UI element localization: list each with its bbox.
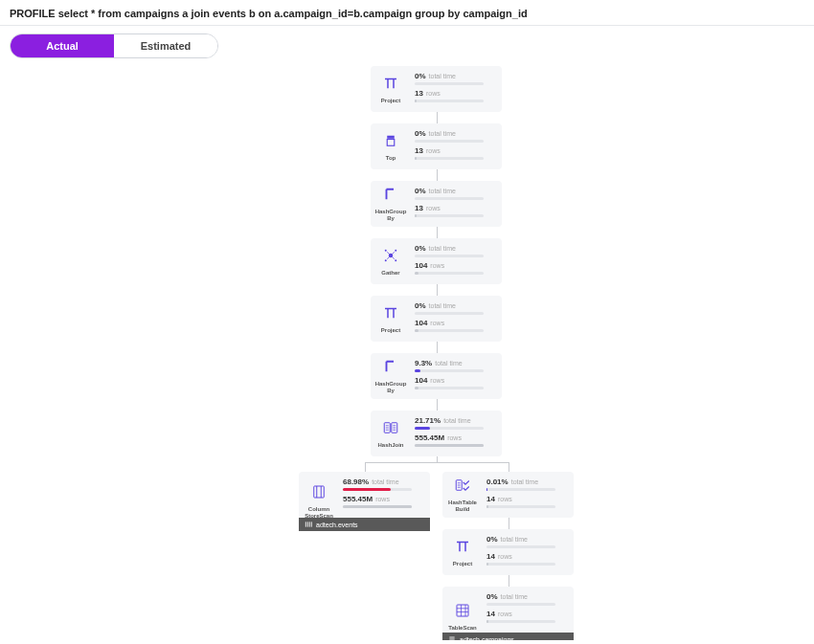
rows-label: rows — [430, 377, 444, 384]
rows-label: rows — [498, 611, 512, 617]
pct-value: 0.01% — [486, 477, 509, 486]
node-metrics: 0% total time 13 rows — [411, 123, 502, 169]
gamma-icon — [382, 186, 399, 207]
query-title: PROFILE select * from campaigns a join e… — [10, 8, 804, 19]
page-header: PROFILE select * from campaigns a join e… — [0, 0, 814, 26]
node-icon-block: Gather — [371, 238, 411, 284]
table-source-name: adtech.campaigns — [460, 636, 514, 641]
plan-node-hashgroupby[interactable]: HashGroupBy 9.3% total time 104 rows — [371, 353, 502, 399]
pct-value: 0% — [415, 187, 426, 195]
node-icon-block: HashGroupBy — [371, 353, 411, 399]
node-icon-block: HashGroupBy — [371, 181, 411, 227]
rows-value: 104 — [415, 376, 427, 385]
pct-value: 68.98% — [343, 477, 369, 486]
plan-node-hashtablebuild[interactable]: HashTableBuild 0.01% total time 14 rows — [442, 472, 574, 518]
rows-value: 13 — [415, 146, 423, 155]
query-plan-canvas: Project 0% total time 13 rows Top 0% tot… — [0, 66, 814, 640]
join-icon — [382, 419, 399, 440]
table-icon — [454, 602, 471, 623]
table-source-strip: adtech.campaigns — [442, 633, 574, 640]
svg-rect-0 — [387, 135, 395, 138]
table-source-strip: adtech.events — [299, 518, 430, 531]
rows-value: 104 — [415, 261, 427, 270]
node-icon-block: Project — [371, 296, 411, 342]
pct-label: total time — [429, 188, 456, 194]
pct-label: total time — [501, 593, 528, 600]
tab-estimated[interactable]: Estimated — [114, 34, 217, 57]
node-metrics: 0.01% total time 14 rows — [483, 472, 574, 518]
pct-label: total time — [443, 417, 470, 424]
pct-label: total time — [435, 360, 462, 366]
op-label: HashJoin — [377, 442, 403, 449]
gather-icon — [382, 247, 399, 268]
top-icon — [382, 132, 399, 153]
op-label: Project — [381, 327, 400, 334]
op-label: TableScan — [448, 625, 477, 632]
rows-label: rows — [426, 205, 441, 211]
node-icon-block: Project — [371, 66, 411, 112]
rows-value: 555.45M — [415, 433, 444, 442]
node-metrics: 0% total time 13 rows — [411, 66, 502, 112]
pct-label: total time — [501, 536, 528, 543]
pct-value: 0% — [486, 592, 498, 601]
hashbuild-icon — [454, 477, 471, 498]
pct-value: 0% — [415, 129, 426, 138]
svg-rect-9 — [314, 486, 325, 498]
pct-value: 9.3% — [415, 359, 432, 367]
node-icon-block: HashTableBuild — [442, 472, 483, 518]
node-metrics: 0% total time 14 rows — [483, 529, 574, 575]
pct-value: 0% — [486, 535, 498, 544]
pct-value: 0% — [415, 301, 426, 310]
plan-node-top[interactable]: Top 0% total time 13 rows — [371, 123, 502, 169]
rows-label: rows — [498, 553, 512, 560]
node-icon-block: Top — [371, 123, 411, 169]
node-metrics: 0% total time 13 rows — [411, 181, 502, 227]
svg-point-3 — [385, 249, 387, 251]
svg-point-6 — [395, 259, 396, 261]
pct-label: total time — [511, 478, 538, 485]
plan-node-project[interactable]: Project 0% total time 104 rows — [371, 296, 502, 342]
rows-label: rows — [447, 434, 462, 441]
plan-node-tablescan[interactable]: TableScan 0% total time 14 rows adtech.c… — [442, 587, 574, 640]
op-label: HashGroupBy — [375, 381, 407, 393]
node-icon-block: Project — [442, 529, 483, 575]
plan-node-gather[interactable]: Gather 0% total time 104 rows — [371, 238, 502, 284]
plan-node-columnstorescan[interactable]: ColumnStoreScan 68.98% total time 555.45… — [299, 472, 430, 531]
rows-value: 14 — [486, 552, 495, 561]
plan-node-project[interactable]: Project 0% total time 14 rows — [442, 529, 574, 575]
rows-value: 14 — [486, 610, 495, 618]
plan-node-hashjoin[interactable]: HashJoin 21.71% total time 555.45M rows — [371, 411, 502, 456]
rows-label: rows — [426, 90, 441, 97]
pi-icon — [382, 304, 399, 325]
pct-label: total time — [429, 130, 456, 137]
pct-label: total time — [372, 478, 398, 485]
gamma-icon — [382, 358, 399, 379]
rows-value: 555.45M — [343, 495, 373, 503]
plan-node-hashgroupby[interactable]: HashGroupBy 0% total time 13 rows — [371, 181, 502, 227]
rows-value: 14 — [486, 495, 495, 503]
pct-label: total time — [429, 245, 456, 252]
op-label: Project — [453, 561, 472, 567]
rows-value: 13 — [415, 204, 423, 212]
pct-value: 0% — [415, 72, 426, 80]
node-icon-block: HashJoin — [371, 411, 411, 456]
op-label: Top — [386, 155, 396, 162]
svg-point-4 — [395, 249, 396, 251]
svg-point-5 — [385, 259, 387, 261]
node-metrics: 0% total time 104 rows — [411, 238, 502, 284]
plan-node-project[interactable]: Project 0% total time 13 rows — [371, 66, 502, 112]
rows-label: rows — [375, 496, 390, 502]
svg-rect-1 — [387, 139, 395, 145]
rows-value: 104 — [415, 319, 427, 327]
op-label: Gather — [381, 270, 399, 277]
pct-value: 21.71% — [415, 416, 441, 425]
op-label: HashGroupBy — [375, 209, 407, 221]
table-source-name: adtech.events — [316, 522, 358, 528]
node-metrics: 9.3% total time 104 rows — [411, 353, 502, 399]
controls-row: Actual Estimated — [0, 26, 814, 66]
pi-icon — [382, 75, 399, 96]
op-label: Project — [381, 98, 400, 104]
tab-actual[interactable]: Actual — [11, 34, 114, 57]
rows-value: 13 — [415, 89, 423, 98]
pi-icon — [454, 538, 471, 559]
